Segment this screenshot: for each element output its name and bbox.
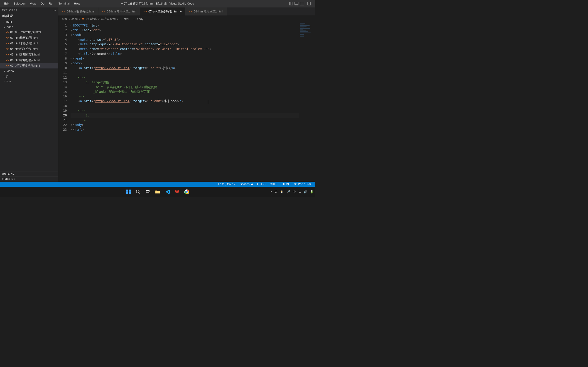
folder-code[interactable]: ⌄code bbox=[0, 24, 58, 29]
menu-help[interactable]: Help bbox=[72, 1, 82, 6]
file-03[interactable]: <>03-html术语介绍.html bbox=[0, 41, 58, 46]
text-cursor bbox=[208, 100, 208, 104]
folder-video[interactable]: ›video bbox=[0, 68, 58, 74]
menu-selection[interactable]: Selection bbox=[11, 1, 28, 6]
chevron-down-icon: ⌄ bbox=[3, 25, 6, 29]
layout-panel-icon[interactable] bbox=[294, 2, 298, 5]
tray-app-icon[interactable]: 🐧 bbox=[280, 190, 284, 193]
svg-rect-3 bbox=[129, 192, 131, 194]
menu-view[interactable]: View bbox=[28, 1, 38, 6]
chevron-right-icon: › bbox=[3, 80, 5, 83]
file-02[interactable]: <>02-html模板说明.html bbox=[0, 35, 58, 41]
outline-section[interactable]: OUTLINE bbox=[0, 171, 58, 176]
chrome-icon[interactable] bbox=[183, 188, 190, 195]
status-spaces[interactable]: Spaces: 4 bbox=[240, 183, 253, 186]
start-button[interactable] bbox=[125, 188, 132, 195]
editor-tabs: <>04-html标签分类.html <>05-html常用标签1.html <… bbox=[58, 7, 315, 15]
menu-run[interactable]: Run bbox=[47, 1, 56, 6]
tab-07[interactable]: <>07-a标签更多功能.html bbox=[140, 7, 185, 15]
status-language[interactable]: HTML bbox=[282, 183, 290, 186]
html-file-icon: <> bbox=[6, 47, 9, 50]
file-04[interactable]: <>04-html标签分类.html bbox=[0, 46, 58, 52]
system-tray[interactable]: ^ 🛡 🐧 🎤 中 ⇅ 🔊 🔋 bbox=[270, 190, 313, 194]
window-title: ● 07-a标签更多功能.html - B站讲课 - Visual Studio… bbox=[121, 2, 194, 6]
layout-primary-sidebar-icon[interactable] bbox=[289, 2, 293, 5]
chevron-right-icon: › bbox=[3, 69, 6, 73]
tab-06[interactable]: <>06-html常用标签2.html bbox=[185, 7, 227, 15]
editor-area: <>04-html标签分类.html <>05-html常用标签1.html <… bbox=[58, 7, 315, 182]
tab-05[interactable]: <>05-html常用标签1.html bbox=[98, 7, 140, 15]
chevron-right-icon: › bbox=[3, 75, 5, 78]
tray-expand-icon[interactable]: ^ bbox=[270, 190, 272, 193]
breadcrumb-item[interactable]: code bbox=[71, 17, 78, 21]
menu-edit[interactable]: Edit bbox=[2, 1, 11, 6]
explorer-title: EXPLORER bbox=[2, 9, 18, 12]
tag-icon: ⬚ bbox=[120, 17, 122, 21]
layout-secondary-sidebar-icon[interactable] bbox=[307, 2, 311, 5]
breadcrumb-item[interactable]: 07-a标签更多功能.html bbox=[86, 17, 116, 21]
svg-rect-6 bbox=[146, 191, 149, 192]
wifi-icon[interactable]: ⇅ bbox=[298, 190, 301, 193]
file-06[interactable]: <>06-html常用标签2.html bbox=[0, 57, 58, 63]
html-file-icon: <> bbox=[144, 10, 147, 13]
status-bar: Ln 20, Col 12 Spaces: 4 UTF-8 CRLF HTML … bbox=[0, 182, 315, 187]
line-gutter[interactable]: 1234567891011121314151617181920212223 bbox=[58, 22, 70, 182]
breadcrumb-item[interactable]: html bbox=[62, 17, 67, 21]
vscode-icon[interactable] bbox=[164, 188, 171, 195]
svg-rect-0 bbox=[126, 189, 128, 192]
tab-04[interactable]: <>04-html标签分类.html bbox=[58, 7, 98, 15]
svg-point-4 bbox=[136, 190, 139, 193]
explorer-more-icon[interactable]: ··· bbox=[53, 9, 56, 11]
breadcrumbs[interactable]: html› code› <>07-a标签更多功能.html› ⬚html› ⬚b… bbox=[58, 16, 315, 22]
chevron-down-icon: ⌄ bbox=[3, 20, 5, 23]
battery-icon[interactable]: 🔋 bbox=[310, 190, 313, 193]
status-encoding[interactable]: UTF-8 bbox=[257, 183, 265, 186]
microphone-icon[interactable]: 🎤 bbox=[286, 190, 290, 193]
file-07[interactable]: <>07-a标签更多功能.html bbox=[0, 63, 58, 69]
timeline-section[interactable]: TIMELINE bbox=[0, 176, 58, 182]
file-tree: ⌄html ⌄code <>01-第一个html页面.html <>02-htm… bbox=[0, 19, 58, 171]
folder-js[interactable]: ›js bbox=[0, 74, 58, 79]
status-eol[interactable]: CRLF bbox=[270, 183, 277, 186]
folder-vue[interactable]: ›vue bbox=[0, 79, 58, 84]
modified-dot-icon bbox=[180, 11, 182, 12]
menubar: Edit Selection View Go Run Terminal Help… bbox=[0, 0, 315, 7]
menu-go[interactable]: Go bbox=[38, 1, 46, 6]
svg-line-5 bbox=[139, 192, 140, 194]
breadcrumb-item[interactable]: html bbox=[123, 17, 129, 21]
html-file-icon: <> bbox=[189, 10, 192, 13]
project-name[interactable]: B站讲课 bbox=[0, 13, 58, 19]
status-port[interactable]: 👁Port : 5500 bbox=[294, 183, 312, 186]
html-file-icon: <> bbox=[6, 31, 9, 33]
svg-rect-2 bbox=[126, 192, 128, 194]
file-01[interactable]: <>01-第一个html页面.html bbox=[0, 29, 58, 35]
ime-icon[interactable]: 中 bbox=[293, 190, 296, 194]
status-position[interactable]: Ln 20, Col 12 bbox=[218, 183, 235, 186]
folder-html[interactable]: ⌄html bbox=[0, 19, 58, 25]
minimap[interactable] bbox=[299, 22, 315, 182]
svg-rect-7 bbox=[147, 190, 150, 192]
tag-icon: ⬚ bbox=[133, 17, 135, 21]
html-file-icon: <> bbox=[6, 36, 9, 39]
windows-taskbar: W ^ 🛡 🐧 🎤 中 ⇅ 🔊 🔋 bbox=[0, 187, 315, 197]
code-editor[interactable]: <!DOCTYPE html> <html lang="en"> <head> … bbox=[70, 22, 299, 182]
task-view-icon[interactable] bbox=[144, 188, 151, 195]
wps-icon[interactable]: W bbox=[173, 188, 181, 195]
html-file-icon: <> bbox=[6, 53, 9, 56]
html-file-icon: <> bbox=[62, 10, 65, 13]
customize-layout-icon[interactable] bbox=[300, 2, 304, 5]
svg-rect-8 bbox=[156, 191, 160, 193]
html-file-icon: <> bbox=[82, 17, 85, 20]
html-file-icon: <> bbox=[6, 59, 9, 62]
html-file-icon: <> bbox=[102, 10, 105, 13]
search-icon[interactable] bbox=[135, 188, 142, 195]
tray-app-icon[interactable]: 🛡 bbox=[275, 190, 277, 193]
file-explorer-icon[interactable] bbox=[154, 188, 161, 195]
file-05[interactable]: <>05-html常用标签1.html bbox=[0, 52, 58, 57]
breadcrumb-item[interactable]: body bbox=[137, 17, 143, 21]
menu-terminal[interactable]: Terminal bbox=[56, 1, 72, 6]
volume-icon[interactable]: 🔊 bbox=[303, 190, 307, 193]
svg-rect-1 bbox=[129, 189, 131, 192]
broadcast-icon: 👁 bbox=[294, 183, 297, 186]
html-file-icon: <> bbox=[6, 64, 9, 67]
